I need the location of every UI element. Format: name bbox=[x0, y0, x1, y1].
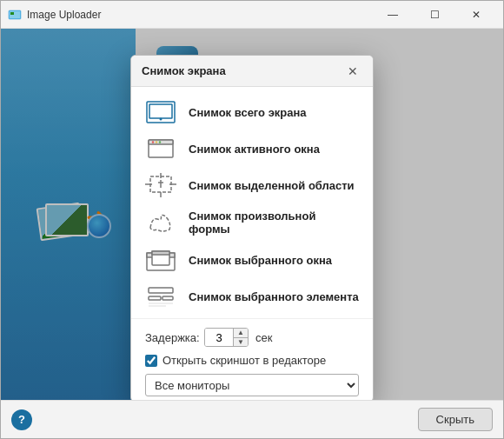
svg-point-15 bbox=[159, 141, 161, 143]
monitor-select[interactable]: Все мониторы bbox=[145, 374, 359, 396]
window-title: Image Uploader bbox=[27, 9, 373, 21]
svg-point-14 bbox=[156, 141, 157, 143]
main-window: Image Uploader — ☐ ✕ ➜ bbox=[0, 0, 504, 439]
chosen-window-icon bbox=[145, 248, 176, 272]
main-content: ➜ Image Uploader ний, которы bbox=[1, 29, 503, 400]
region-icon bbox=[145, 173, 176, 197]
dialog-footer: Задержка: ▲ ▼ сек Открыть скриншот в bbox=[131, 318, 373, 400]
window-controls: — ☐ ✕ bbox=[373, 1, 496, 29]
capture-chosen-window[interactable]: Снимок выбранного окна bbox=[131, 242, 373, 278]
active-window-label: Снимок активного окна bbox=[189, 143, 320, 156]
minimize-button[interactable]: — bbox=[373, 1, 413, 29]
maximize-button[interactable]: ☐ bbox=[414, 1, 454, 29]
freeform-label: Снимок произвольной формы bbox=[189, 210, 359, 236]
delay-row: Задержка: ▲ ▼ сек bbox=[145, 328, 359, 347]
delay-input[interactable] bbox=[205, 328, 233, 347]
freeform-icon bbox=[145, 210, 176, 235]
capture-active-window[interactable]: Снимок активного окна bbox=[131, 130, 373, 167]
svg-rect-2 bbox=[10, 12, 14, 15]
dialog-close-button[interactable]: ✕ bbox=[343, 62, 362, 81]
delay-input-wrapper: ▲ ▼ bbox=[204, 328, 249, 347]
active-window-icon bbox=[145, 136, 176, 161]
title-bar: Image Uploader — ☐ ✕ bbox=[1, 1, 503, 29]
open-editor-label[interactable]: Открыть скриншот в редакторе bbox=[162, 354, 326, 367]
delay-down-button[interactable]: ▼ bbox=[234, 337, 248, 347]
close-button[interactable]: ✕ bbox=[456, 1, 496, 29]
delay-label: Задержка: bbox=[145, 331, 197, 344]
dialog-body: Снимок всего экрана bbox=[131, 87, 373, 318]
dialog-overlay: Снимок экрана ✕ Сним bbox=[1, 29, 503, 400]
chosen-window-label: Снимок выбранного окна bbox=[189, 254, 332, 267]
open-editor-row: Открыть скриншот в редакторе bbox=[145, 354, 359, 367]
svg-rect-26 bbox=[152, 251, 169, 255]
screenshot-dialog: Снимок экрана ✕ Сним bbox=[130, 55, 374, 400]
dialog-title: Снимок экрана bbox=[142, 64, 343, 77]
capture-freeform[interactable]: Снимок произвольной формы bbox=[131, 203, 373, 242]
fullscreen-icon bbox=[145, 100, 176, 124]
dialog-title-bar: Снимок экрана ✕ bbox=[131, 56, 373, 87]
open-editor-checkbox[interactable] bbox=[145, 355, 157, 367]
chosen-element-icon bbox=[145, 284, 176, 309]
svg-point-10 bbox=[160, 118, 162, 121]
svg-rect-27 bbox=[149, 288, 173, 293]
svg-rect-29 bbox=[162, 296, 173, 300]
app-icon bbox=[8, 8, 22, 22]
region-label: Снимок выделенной области bbox=[189, 179, 355, 192]
hide-button[interactable]: Скрыть bbox=[418, 408, 493, 431]
delay-up-button[interactable]: ▲ bbox=[234, 328, 248, 337]
svg-rect-28 bbox=[149, 296, 161, 300]
svg-rect-3 bbox=[10, 15, 14, 17]
capture-fullscreen[interactable]: Снимок всего экрана bbox=[131, 94, 373, 130]
svg-rect-9 bbox=[149, 104, 172, 118]
capture-region[interactable]: Снимок выделенной области bbox=[131, 167, 373, 203]
bottom-bar: ? Скрыть bbox=[1, 400, 503, 438]
chosen-element-label: Снимок выбранного элемента bbox=[189, 290, 359, 303]
fullscreen-label: Снимок всего экрана bbox=[189, 106, 307, 119]
help-button[interactable]: ? bbox=[11, 409, 32, 430]
delay-unit: сек bbox=[255, 331, 272, 344]
svg-point-13 bbox=[152, 141, 154, 143]
delay-spinner: ▲ ▼ bbox=[233, 328, 248, 347]
capture-chosen-element[interactable]: Снимок выбранного элемента bbox=[131, 278, 373, 315]
